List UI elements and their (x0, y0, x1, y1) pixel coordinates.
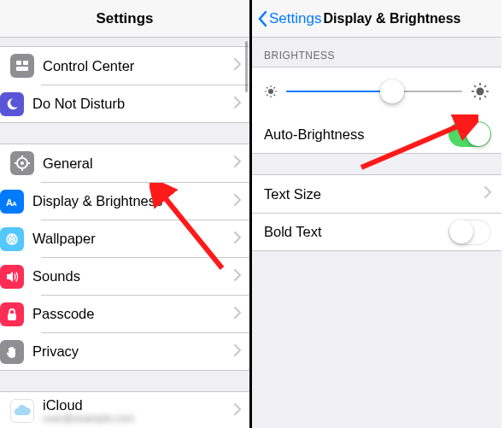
row-label: Do Not Disturb (32, 96, 234, 112)
row-label: Privacy (32, 343, 234, 360)
row-wallpaper[interactable]: Wallpaper (41, 220, 249, 257)
chevron-right-icon (234, 307, 241, 322)
svg-text:A: A (12, 200, 17, 208)
back-label: Settings (269, 10, 321, 27)
gear-icon (10, 151, 34, 175)
header: Settings (0, 0, 249, 38)
row-label: Display & Brightness (32, 193, 234, 209)
svg-line-34 (484, 96, 486, 97)
row-label: Text Size (264, 186, 484, 202)
svg-rect-0 (16, 61, 21, 65)
chevron-right-icon (234, 403, 241, 419)
row-label: iCloud (43, 397, 234, 413)
row-label: Wallpaper (32, 231, 234, 247)
lock-icon (0, 302, 24, 326)
svg-line-36 (484, 85, 486, 87)
row-display-brightness[interactable]: AA Display & Brightness (41, 182, 249, 220)
row-general[interactable]: General (0, 144, 249, 182)
row-icloud[interactable]: iCloud user@example.com (0, 392, 249, 428)
row-passcode[interactable]: Passcode (41, 295, 249, 332)
page-title: Display & Brightness (324, 11, 461, 26)
chevron-left-icon (257, 10, 267, 27)
display-brightness-pane: Settings Display & Brightness BRIGHTNESS (252, 0, 501, 428)
text-size-icon: AA (0, 190, 24, 214)
brightness-slider-row (252, 67, 501, 115)
svg-line-27 (274, 87, 276, 89)
svg-line-35 (474, 96, 476, 97)
slider-thumb[interactable] (380, 79, 404, 103)
cloud-icon (10, 399, 34, 423)
brightness-group: Auto-Brightness (252, 67, 501, 154)
svg-point-4 (21, 161, 24, 165)
control-center-icon (10, 54, 34, 78)
chevron-right-icon (234, 155, 241, 171)
svg-point-19 (268, 89, 273, 94)
sun-small-icon (264, 85, 278, 98)
svg-line-26 (267, 95, 268, 97)
settings-pane: Settings Control Center Do Not Disturb (0, 0, 252, 428)
chevron-right-icon (484, 186, 491, 202)
row-bold-text: Bold Text (252, 213, 501, 250)
hand-icon (0, 340, 24, 364)
row-do-not-disturb[interactable]: Do Not Disturb (41, 85, 249, 122)
chevron-right-icon (234, 194, 241, 209)
settings-group-3: iCloud user@example.com A iTunes & App S… (0, 391, 249, 428)
chevron-right-icon (234, 269, 241, 284)
svg-point-14 (11, 237, 14, 240)
chevron-right-icon (234, 97, 241, 112)
sun-large-icon (471, 82, 489, 101)
chevron-right-icon (234, 232, 241, 247)
settings-group-2: General AA Display & Brightness Wallpape… (0, 144, 249, 371)
row-privacy[interactable]: Privacy (41, 332, 249, 370)
svg-line-24 (267, 87, 268, 89)
svg-rect-15 (8, 314, 16, 320)
speaker-icon (0, 265, 24, 289)
svg-line-33 (474, 85, 476, 87)
row-text-size[interactable]: Text Size (252, 175, 501, 213)
svg-line-25 (274, 95, 276, 97)
brightness-slider[interactable] (286, 91, 462, 92)
icloud-account: user@example.com (43, 413, 234, 425)
text-group: Text Size Bold Text (252, 174, 501, 251)
row-label: Control Center (43, 58, 234, 74)
header: Settings Display & Brightness (252, 0, 501, 38)
row-label: Bold Text (264, 224, 448, 240)
svg-rect-2 (16, 67, 28, 71)
settings-group-1: Control Center Do Not Disturb (0, 46, 249, 123)
chevron-right-icon (234, 58, 241, 73)
brightness-content: BRIGHTNESS Auto-Brightness (252, 38, 501, 428)
row-label: Sounds (32, 268, 234, 284)
row-label: General (43, 155, 234, 172)
row-label: Auto-Brightness (264, 126, 448, 143)
section-label-brightness: BRIGHTNESS (252, 38, 501, 67)
svg-rect-1 (23, 61, 28, 65)
svg-point-28 (477, 88, 484, 96)
auto-brightness-toggle[interactable] (448, 121, 491, 147)
settings-list[interactable]: Control Center Do Not Disturb (0, 38, 249, 428)
wallpaper-icon (0, 227, 24, 251)
row-control-center[interactable]: Control Center (0, 47, 249, 85)
bold-text-toggle[interactable] (448, 220, 491, 245)
row-label: Passcode (32, 306, 234, 322)
row-sounds[interactable]: Sounds (41, 257, 249, 295)
back-button[interactable]: Settings (257, 10, 321, 27)
chevron-right-icon (234, 344, 241, 360)
scrollbar[interactable] (245, 41, 248, 92)
page-title: Settings (96, 10, 153, 27)
row-auto-brightness: Auto-Brightness (252, 115, 501, 153)
moon-icon (0, 92, 24, 116)
